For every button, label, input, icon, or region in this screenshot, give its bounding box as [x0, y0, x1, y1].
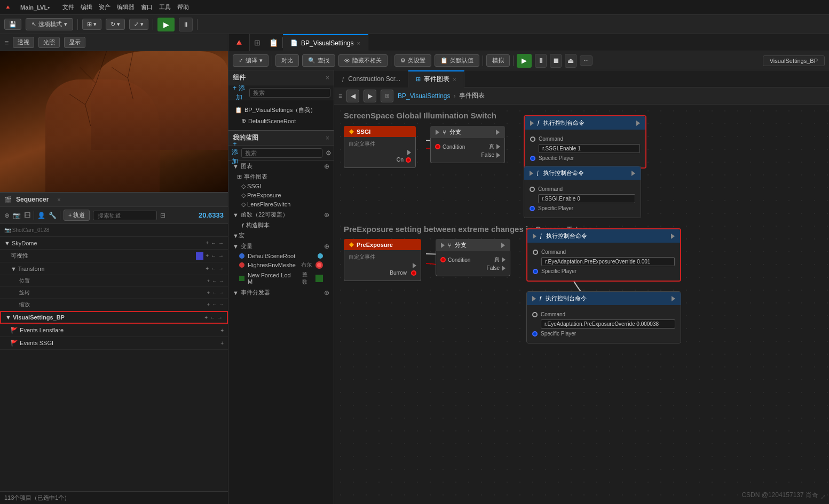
blueprint-settings-icon[interactable]: ⚙: [326, 149, 331, 157]
bp-item-ssgi[interactable]: ◇ SSGI: [228, 182, 334, 191]
scale-snap-button[interactable]: ⤢ ▾: [129, 19, 148, 30]
compile-button[interactable]: ✓ 编译 ▾: [233, 54, 269, 67]
menu-help[interactable]: 帮助: [177, 3, 189, 11]
bp-more-button[interactable]: ⋯: [580, 55, 593, 66]
add-component-button[interactable]: + 添加: [232, 84, 246, 102]
lighting-button[interactable]: 光照: [38, 37, 60, 48]
position-fwd[interactable]: →: [219, 278, 224, 284]
ssgi-exec2-node[interactable]: ƒ 执行控制台命令 Command r.SSGI.Enable 0: [524, 166, 641, 218]
rotate-snap-button[interactable]: ↻ ▾: [106, 19, 125, 30]
preexposure-event-node[interactable]: ◆ PreExposure 自定义事件 Burrow: [344, 239, 421, 281]
component-bp-root[interactable]: 📋 BP_VisualSettings（自我）: [228, 105, 334, 116]
vs-add[interactable]: +: [204, 315, 208, 321]
variables-section-header[interactable]: ▼ 变量 ⊕: [228, 241, 334, 252]
event-graph-tab[interactable]: ⊞ 事件图表 ×: [408, 70, 464, 87]
compare-button[interactable]: 对比: [275, 54, 299, 67]
rotation-fwd[interactable]: →: [219, 290, 224, 295]
events-ssgi-add[interactable]: +: [220, 340, 224, 346]
position-back[interactable]: ←: [212, 278, 217, 284]
component-default-scene-root[interactable]: ⊕ DefaultSceneRoot: [228, 116, 334, 126]
graphs-section-header[interactable]: ▼ 图表 ⊕: [228, 161, 334, 172]
pause-button[interactable]: ⏸: [179, 18, 193, 31]
seq-icon-4[interactable]: 👤: [37, 212, 45, 219]
bp-canvas[interactable]: ScreenSpace Global Illumination Switch ◆…: [334, 105, 829, 504]
variables-add-icon[interactable]: ⊕: [324, 243, 329, 250]
track-search-input[interactable]: [93, 211, 157, 220]
track-skydome-add[interactable]: +: [206, 240, 209, 246]
seq-icon-2[interactable]: 📷: [13, 212, 21, 219]
functions-section-header[interactable]: ▼ 函数（22可覆盖） ⊕: [228, 209, 334, 220]
bp-item-macro[interactable]: ▼ 宏: [228, 230, 334, 241]
sequencer-close-button[interactable]: ×: [57, 196, 60, 203]
visibility-add[interactable]: +: [206, 253, 209, 259]
events-lensflare-add[interactable]: +: [220, 327, 224, 333]
bp-main-tab[interactable]: 📄 BP_VisualSettings ×: [283, 34, 368, 51]
track-transform[interactable]: ▼ Transform + ← →: [0, 262, 228, 275]
bp-eject-button[interactable]: ⏏: [565, 54, 577, 68]
track-visual-settings[interactable]: ▼ VisualSettings_BP + ← →: [0, 311, 228, 324]
breadcrumb-root[interactable]: BP_VisualSettings: [398, 92, 451, 100]
functions-add-icon[interactable]: ⊕: [324, 211, 329, 219]
bp-pause-button[interactable]: ⏸: [535, 54, 547, 68]
track-events-ssgi[interactable]: 🚩 Events SSGI +: [0, 337, 228, 350]
bp-tab-close[interactable]: ×: [357, 40, 360, 46]
perspective-button[interactable]: 透视: [13, 37, 34, 48]
position-add[interactable]: +: [207, 278, 210, 284]
menu-editor[interactable]: 编辑器: [117, 3, 135, 11]
track-visibility[interactable]: 可视性 + ← →: [0, 250, 228, 262]
scale-back[interactable]: ←: [212, 302, 217, 307]
canvas-menu-icon[interactable]: ≡: [338, 92, 342, 100]
scale-fwd[interactable]: →: [219, 302, 224, 307]
nav-grid-icon[interactable]: ⊞: [381, 90, 393, 102]
my-blueprint-close[interactable]: ×: [326, 134, 329, 142]
track-shotcam[interactable]: 📷 ShotCam_0128: [0, 224, 228, 237]
add-track-button[interactable]: + 轨道: [64, 210, 90, 221]
transform-back[interactable]: ←: [211, 266, 216, 271]
preexposure-exec2-node[interactable]: ƒ 执行控制台命令 Command r.EyeAdaptation.PreExp…: [526, 291, 681, 343]
var-forced-lod[interactable]: New Forced Lod M 整数: [228, 270, 334, 287]
find-button[interactable]: 🔍 查找: [302, 54, 335, 67]
track-rotation[interactable]: 旋转 + ← →: [0, 287, 228, 299]
ssgi-exec1-node[interactable]: ƒ 执行控制台命令 Command r.SSGI.Enable 1: [524, 115, 646, 169]
track-scale[interactable]: 缩放 + ← →: [0, 299, 228, 310]
seq-filter-icon[interactable]: ⊟: [160, 212, 165, 219]
menu-asset[interactable]: 资产: [99, 3, 110, 11]
bp-play-button[interactable]: ▶: [517, 54, 532, 68]
menu-edit[interactable]: 编辑: [81, 3, 92, 11]
var-default-scene-root[interactable]: DefaultSceneRoot: [228, 252, 334, 260]
transform-fwd[interactable]: →: [218, 266, 224, 271]
seq-icon-5[interactable]: 🔧: [49, 212, 57, 219]
vs-back[interactable]: ←: [210, 315, 215, 321]
nav-back-button[interactable]: ◀: [346, 90, 359, 102]
menu-tools[interactable]: 工具: [159, 3, 171, 11]
bp-item-lensflare[interactable]: ◇ LensFlareSwitch: [228, 200, 334, 209]
show-button[interactable]: 显示: [64, 37, 85, 48]
rotation-add[interactable]: +: [207, 290, 210, 295]
graphs-add-icon[interactable]: ⊕: [324, 163, 329, 170]
seq-icon-1[interactable]: ⊕: [4, 212, 10, 219]
nav-fwd-button[interactable]: ▶: [364, 90, 376, 102]
simulate-button[interactable]: 模拟: [486, 54, 510, 67]
preexposure-branch-node[interactable]: ⑂ 分支 Condition: [436, 239, 510, 276]
rotation-back[interactable]: ←: [212, 290, 217, 295]
menu-window[interactable]: 窗口: [141, 3, 153, 11]
bp-toolbar-icon-1[interactable]: ⊞: [250, 38, 265, 47]
bp-toolbar-icon-2[interactable]: 📋: [265, 38, 282, 47]
blueprint-search-input[interactable]: [241, 148, 322, 158]
select-mode-button[interactable]: ↖ 选项模式 ▾: [26, 18, 73, 30]
class-settings-button[interactable]: ⚙ 类设置: [394, 54, 431, 67]
track-skydome-lock[interactable]: ←: [211, 240, 216, 246]
components-close-button[interactable]: ×: [326, 74, 329, 82]
component-search-input[interactable]: [249, 88, 330, 98]
class-defaults-button[interactable]: 📋 类默认值: [435, 54, 479, 67]
visibility-fwd[interactable]: →: [218, 253, 224, 259]
menu-file[interactable]: 文件: [62, 3, 74, 11]
grid-snap-button[interactable]: ⊞ ▾: [82, 19, 101, 30]
save-button[interactable]: 💾: [4, 19, 21, 30]
seq-icon-3[interactable]: 🎞: [24, 212, 30, 219]
bp-item-preexposure[interactable]: ◇ PreExposure: [228, 191, 334, 200]
hide-unrelated-button[interactable]: 👁 隐藏不相关: [338, 54, 388, 67]
bp-stop-button[interactable]: ⏹: [550, 54, 562, 68]
scale-add[interactable]: +: [207, 302, 210, 307]
event-dispatchers-header[interactable]: ▼ 事件分发器 ⊕: [228, 287, 334, 298]
